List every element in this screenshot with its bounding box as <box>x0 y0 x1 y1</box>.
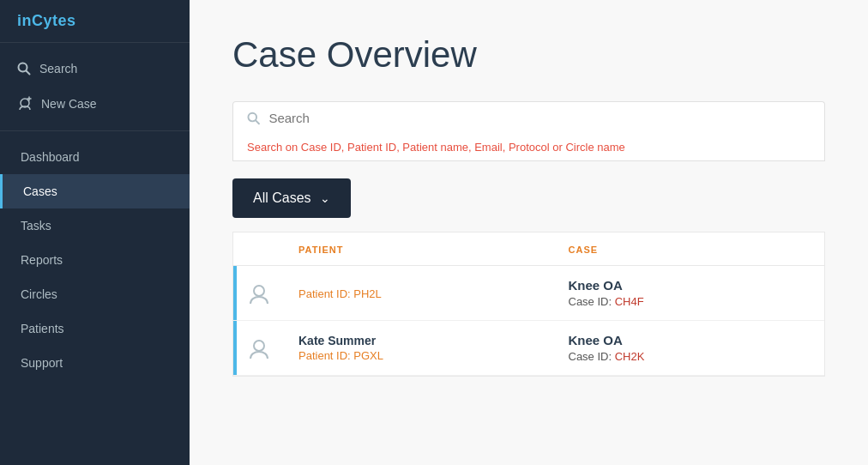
svg-line-6 <box>256 120 259 124</box>
chevron-down-icon: ⌄ <box>320 191 330 205</box>
table-row[interactable]: Patient ID: PH2L Knee OA Case ID: CH4F <box>233 266 824 321</box>
new-case-action[interactable]: New Case <box>0 86 190 122</box>
patient-column-label: PATIENT <box>298 245 343 255</box>
patient-cell: Patient ID: PH2L <box>285 286 555 300</box>
case-id: Case ID: CH4F <box>569 295 811 308</box>
sidebar: inCytes Search New Case Dashboard Cases <box>0 0 190 465</box>
case-id: Case ID: CH2K <box>569 350 811 363</box>
sidebar-item-reports[interactable]: Reports <box>0 243 190 277</box>
case-name: Knee OA <box>569 278 811 293</box>
reports-label: Reports <box>21 253 63 267</box>
case-col-header: CASE <box>555 241 825 257</box>
svg-point-7 <box>254 286 264 296</box>
avatar-icon <box>245 280 273 307</box>
case-column-label: CASE <box>569 245 599 255</box>
main-content: Case Overview Search on Case ID, Patient… <box>190 0 868 465</box>
support-label: Support <box>21 356 63 370</box>
patient-name: Kate Summer <box>298 334 541 347</box>
search-label: Search <box>39 62 77 75</box>
avatar-col-header <box>233 241 285 257</box>
avatar-icon <box>245 335 273 362</box>
patient-id: Patient ID: PGXL <box>298 349 541 362</box>
page-title: Case Overview <box>232 34 825 75</box>
filter-row: All Cases ⌄ <box>232 178 825 218</box>
dashboard-label: Dashboard <box>21 150 80 164</box>
case-id-value: CH4F <box>615 295 644 308</box>
cases-label: Cases <box>23 184 57 198</box>
tasks-label: Tasks <box>21 219 51 232</box>
circles-label: Circles <box>21 287 57 301</box>
patient-col-header: PATIENT <box>285 241 555 257</box>
sidebar-item-circles[interactable]: Circles <box>0 277 190 311</box>
table-header: PATIENT CASE <box>233 232 824 266</box>
app-logo: inCytes <box>0 0 190 43</box>
case-id-value: CH2K <box>615 350 645 363</box>
sidebar-item-patients[interactable]: Patients <box>0 311 190 346</box>
svg-point-8 <box>254 341 264 351</box>
case-name: Knee OA <box>569 333 811 347</box>
case-id-label: Case ID: <box>569 295 612 308</box>
new-case-label: New Case <box>41 97 97 111</box>
main-nav: Dashboard Cases Tasks Reports Circles Pa… <box>0 131 190 465</box>
avatar-cell <box>233 280 285 307</box>
case-id-label: Case ID: <box>569 350 612 363</box>
sidebar-item-dashboard[interactable]: Dashboard <box>0 140 190 174</box>
search-action[interactable]: Search <box>0 51 190 86</box>
sidebar-item-support[interactable]: Support <box>0 346 190 380</box>
sidebar-item-cases[interactable]: Cases <box>0 174 190 208</box>
all-cases-button[interactable]: All Cases ⌄ <box>232 178 351 218</box>
search-input[interactable] <box>268 111 811 125</box>
case-cell: Knee OA Case ID: CH2K <box>555 333 825 363</box>
search-hint-text: Search on Case ID, Patient ID, Patient n… <box>247 141 625 154</box>
patients-label: Patients <box>21 322 64 335</box>
sidebar-actions: Search New Case <box>0 43 190 131</box>
avatar-cell <box>233 335 285 362</box>
patient-id: Patient ID: PH2L <box>298 287 541 300</box>
patient-cell: Kate Summer Patient ID: PGXL <box>285 334 555 362</box>
table-row[interactable]: Kate Summer Patient ID: PGXL Knee OA Cas… <box>233 321 824 376</box>
search-bar[interactable] <box>232 101 825 134</box>
case-cell: Knee OA Case ID: CH4F <box>555 278 825 308</box>
all-cases-label: All Cases <box>253 190 311 206</box>
sidebar-item-tasks[interactable]: Tasks <box>0 208 190 243</box>
cases-table: PATIENT CASE Patient ID: PH2L Knee OA <box>232 232 825 377</box>
logo-prefix: in <box>17 12 32 29</box>
new-case-icon <box>17 96 33 112</box>
logo-suffix: Cytes <box>32 12 76 29</box>
svg-line-1 <box>27 71 30 75</box>
search-icon <box>17 62 31 75</box>
search-bar-icon <box>247 112 260 125</box>
search-hint: Search on Case ID, Patient ID, Patient n… <box>232 134 825 161</box>
